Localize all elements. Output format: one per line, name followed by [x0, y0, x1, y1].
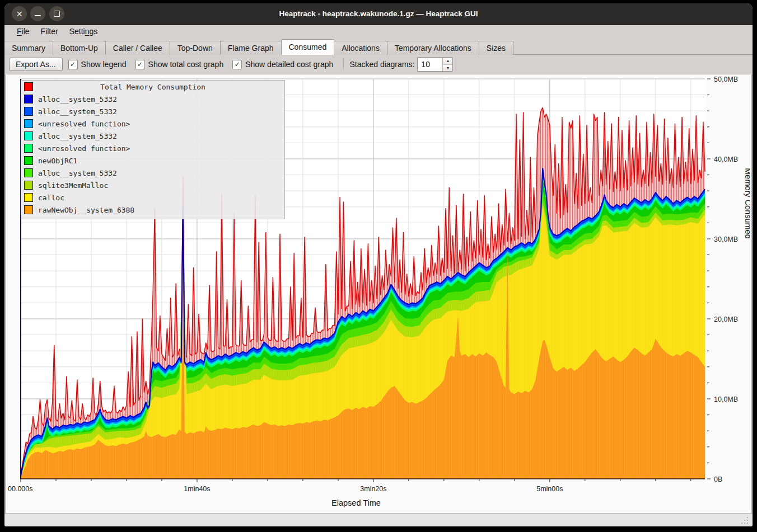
svg-text:40,0MB: 40,0MB [714, 156, 738, 163]
legend-label: Total Memory Consumption [21, 83, 284, 91]
tab-caller-callee[interactable]: Caller / Callee [105, 41, 170, 55]
svg-text:5min00s: 5min00s [536, 485, 563, 493]
legend-item: alloc__system_5332 [21, 105, 284, 117]
stacked-diagrams-value[interactable]: 10 [418, 58, 442, 71]
stacked-diagrams-label: Stacked diagrams: [349, 60, 414, 69]
legend-item: sqlite3MemMalloc [21, 179, 284, 191]
legend-label: alloc__system_5332 [38, 169, 117, 177]
export-as-button[interactable]: Export As... [9, 58, 63, 71]
svg-text:0B: 0B [714, 475, 722, 483]
legend-label: <unresolved function> [38, 144, 130, 153]
tab-temporary-allocations[interactable]: Temporary Allocations [387, 41, 479, 55]
checkbox-icon[interactable]: ✓ [68, 60, 78, 69]
tab-top-down[interactable]: Top-Down [170, 41, 221, 55]
legend-swatch [24, 95, 33, 103]
svg-text:50,0MB: 50,0MB [714, 76, 738, 83]
tab-summary[interactable]: Summary [4, 41, 53, 55]
legend-label: calloc [38, 194, 64, 202]
resize-grip-icon[interactable] [741, 517, 749, 525]
legend-swatch [24, 131, 33, 140]
legend-label: alloc__system_5332 [38, 95, 117, 103]
tab-bar: SummaryBottom-UpCaller / CalleeTop-DownF… [4, 39, 753, 55]
legend-swatch [24, 119, 33, 128]
legend-title-row: Total Memory Consumption [21, 81, 284, 93]
svg-text:20,0MB: 20,0MB [714, 316, 738, 323]
checkbox-label: Show legend [81, 60, 127, 69]
checkbox-label: Show total cost graph [148, 60, 224, 69]
legend-label: sqlite3MemMalloc [38, 181, 108, 190]
menu-bar: FileFilterSettings [4, 25, 753, 39]
legend-item: <unresolved function> [21, 117, 284, 130]
svg-text:1min40s: 1min40s [184, 485, 210, 493]
legend-item: <unresolved function> [21, 142, 284, 154]
checkbox-show-legend[interactable]: ✓Show legend [68, 60, 127, 69]
chart-panel: Total Memory Consumptionalloc__system_53… [6, 74, 751, 514]
legend-swatch [24, 107, 33, 116]
legend-swatch [24, 181, 33, 190]
svg-text:30,0MB: 30,0MB [714, 236, 738, 243]
legend-label: <unresolved function> [38, 120, 130, 128]
toolbar: Export As... ✓Show legend✓Show total cos… [4, 55, 753, 74]
tab-sizes[interactable]: Sizes [479, 41, 513, 55]
legend-label: alloc__system_5332 [38, 132, 117, 140]
legend-swatch [24, 144, 33, 153]
legend-swatch [24, 193, 33, 202]
legend-item: rawNewObj__system_6388 [21, 204, 284, 216]
checkbox-label: Show detailed cost graph [245, 60, 333, 69]
svg-text:00.000s: 00.000s [8, 485, 32, 493]
legend-swatch [24, 168, 33, 177]
menu-settings[interactable]: Settings [64, 25, 104, 39]
toolbar-separator [343, 59, 344, 70]
chevron-down-icon: ▼ [446, 66, 450, 70]
legend-item: alloc__system_5332 [21, 130, 284, 142]
checkbox-show-detailed-cost-graph[interactable]: ✓Show detailed cost graph [232, 60, 333, 69]
svg-text:10,0MB: 10,0MB [714, 396, 738, 403]
tab-flame-graph[interactable]: Flame Graph [220, 41, 282, 55]
spin-up-button[interactable]: ▲ [443, 58, 452, 65]
menu-file[interactable]: File [11, 25, 35, 39]
legend-item: newObjRC1 [21, 154, 284, 167]
status-bar [4, 513, 753, 526]
legend-swatch [24, 156, 33, 165]
legend-item: alloc__system_5332 [21, 93, 284, 105]
menu-filter[interactable]: Filter [35, 25, 64, 39]
y-axis-title: Memory Consumed [744, 168, 750, 239]
legend-item: calloc [21, 191, 284, 204]
tab-bottom-up[interactable]: Bottom-Up [53, 41, 106, 55]
legend-item: alloc__system_5332 [21, 167, 284, 179]
legend-label: alloc__system_5332 [38, 107, 117, 116]
chevron-up-icon: ▲ [446, 59, 450, 63]
x-axis-title: Elapsed Time [331, 498, 381, 507]
legend-label: rawNewObj__system_6388 [38, 206, 134, 214]
checkbox-icon[interactable]: ✓ [232, 60, 242, 69]
checkbox-icon[interactable]: ✓ [135, 60, 145, 69]
stacked-diagrams-spinbox[interactable]: 10 ▲ ▼ [417, 57, 453, 72]
legend-swatch [24, 205, 33, 214]
window-title: Heaptrack - heaptrack.wakunode.1.gz — He… [4, 3, 753, 25]
app-window: ✕ Heaptrack - heaptrack.wakunode.1.gz — … [4, 3, 753, 526]
tab-allocations[interactable]: Allocations [334, 41, 387, 55]
tab-consumed[interactable]: Consumed [281, 39, 335, 55]
title-bar[interactable]: ✕ Heaptrack - heaptrack.wakunode.1.gz — … [4, 3, 753, 25]
legend-label: newObjRC1 [38, 157, 77, 165]
checkbox-show-total-cost-graph[interactable]: ✓Show total cost graph [135, 60, 224, 69]
chart-legend: Total Memory Consumptionalloc__system_53… [21, 80, 285, 219]
svg-text:3min20s: 3min20s [360, 485, 386, 493]
spin-down-button[interactable]: ▼ [443, 65, 452, 72]
